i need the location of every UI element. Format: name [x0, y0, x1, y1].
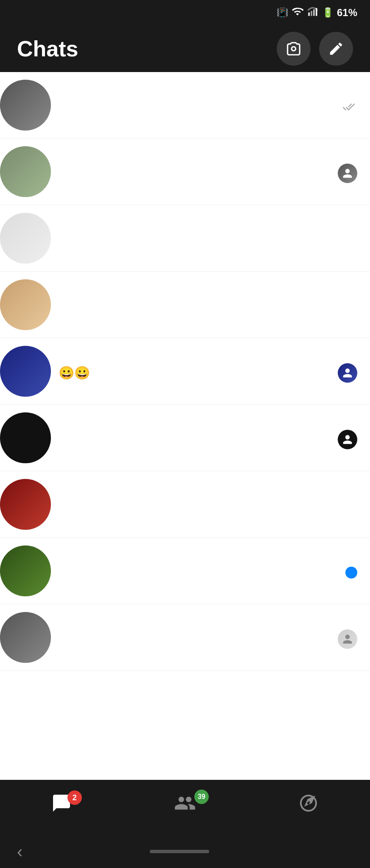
chat-item[interactable] — [0, 405, 370, 471]
chat-item[interactable]: 😀😀 — [0, 338, 370, 405]
avatar — [0, 412, 51, 463]
avatar — [0, 279, 51, 330]
people-icon — [174, 792, 196, 814]
contacts-badge: 39 — [194, 790, 209, 804]
person-icon — [342, 367, 353, 378]
avatar-image — [0, 213, 51, 264]
svg-rect-0 — [308, 12, 310, 16]
person-icon — [342, 434, 353, 445]
avatar-image — [0, 279, 51, 330]
double-check-icon — [342, 100, 355, 113]
signal-icon — [307, 6, 319, 20]
sender-avatar — [338, 430, 357, 449]
avatar — [0, 146, 51, 197]
chat-content — [59, 303, 315, 306]
nav-item-discover[interactable] — [281, 789, 336, 822]
chat-content — [59, 237, 315, 239]
home-indicator-wrap — [22, 850, 336, 853]
svg-rect-1 — [311, 11, 312, 16]
chat-item[interactable] — [0, 538, 370, 604]
chat-meta — [315, 95, 357, 115]
chat-item[interactable] — [0, 72, 370, 139]
chat-preview: 😀😀 — [59, 365, 315, 380]
chat-content: 😀😀 — [59, 363, 315, 380]
avatar-image — [0, 346, 51, 397]
home-indicator-bar: ‹ — [0, 835, 370, 868]
bottom-nav: 2 39 — [0, 780, 370, 835]
chat-item[interactable] — [0, 205, 370, 272]
avatar — [0, 479, 51, 530]
vibrate-icon: 📳 — [277, 7, 288, 18]
chat-content — [59, 170, 315, 173]
sender-avatar — [338, 164, 357, 183]
avatar — [0, 213, 51, 264]
chat-item[interactable] — [0, 272, 370, 338]
page-title: Chats — [17, 36, 78, 61]
avatar-image — [0, 146, 51, 197]
header-actions — [277, 32, 353, 66]
chat-content — [59, 104, 315, 106]
read-receipt-badge — [340, 98, 357, 115]
avatar — [0, 80, 51, 131]
nav-item-chats[interactable]: 2 — [34, 789, 89, 822]
chat-item[interactable] — [0, 471, 370, 538]
edit-icon — [328, 41, 344, 57]
chat-content — [59, 437, 315, 439]
avatar-image — [0, 80, 51, 131]
avatar — [0, 346, 51, 397]
status-icons: 📳 🔋 61% — [277, 6, 357, 20]
chats-badge: 2 — [67, 790, 82, 805]
svg-rect-3 — [316, 8, 317, 16]
avatar-image — [0, 545, 51, 596]
unread-dot — [345, 567, 357, 579]
home-indicator — [150, 850, 209, 853]
header: Chats — [0, 25, 370, 72]
chat-meta — [315, 563, 357, 579]
battery-percent: 61% — [337, 7, 357, 19]
chat-content — [59, 503, 315, 506]
chat-content — [59, 570, 315, 572]
chat-item[interactable] — [0, 604, 370, 671]
chat-item[interactable] — [0, 139, 370, 205]
chat-list: 😀😀 — [0, 72, 370, 671]
camera-button[interactable] — [277, 32, 311, 66]
back-button[interactable]: ‹ — [17, 842, 22, 861]
svg-rect-2 — [313, 9, 315, 16]
chat-meta — [315, 160, 357, 183]
status-bar: 📳 🔋 61% — [0, 0, 370, 25]
battery-icon: 🔋 — [322, 7, 334, 18]
edit-button[interactable] — [319, 32, 353, 66]
chat-content — [59, 636, 315, 639]
discover-nav-icon — [298, 793, 319, 818]
avatar — [0, 545, 51, 596]
wifi-icon — [292, 6, 303, 20]
compass-icon — [298, 793, 319, 813]
chat-meta — [315, 626, 357, 649]
person-icon — [342, 168, 353, 179]
contacts-nav-icon — [174, 792, 196, 818]
sender-avatar — [338, 363, 357, 383]
avatar-image — [0, 612, 51, 663]
bottom-shell: 2 39 ‹ — [0, 780, 370, 868]
sender-avatar — [338, 629, 357, 649]
chat-meta — [315, 360, 357, 383]
avatar-image — [0, 479, 51, 530]
avatar — [0, 612, 51, 663]
chat-meta — [315, 426, 357, 449]
person-icon — [342, 634, 353, 645]
nav-item-contacts[interactable]: 39 — [157, 788, 213, 823]
avatar-image — [0, 412, 51, 463]
camera-icon — [286, 41, 302, 57]
